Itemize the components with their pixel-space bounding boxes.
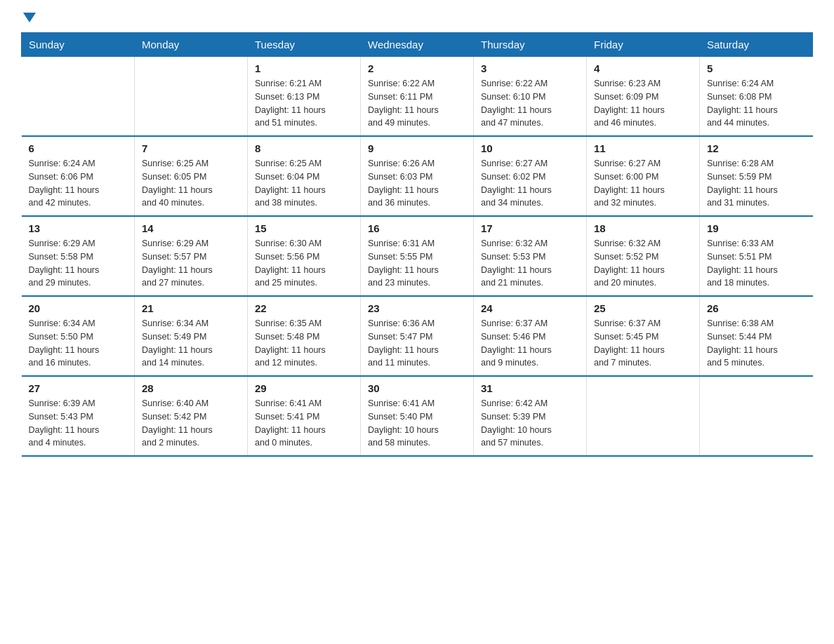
day-number: 10	[481, 142, 579, 154]
calendar-cell: 27Sunrise: 6:39 AM Sunset: 5:43 PM Dayli…	[22, 376, 135, 456]
calendar-cell	[22, 57, 135, 137]
calendar-week-5: 27Sunrise: 6:39 AM Sunset: 5:43 PM Dayli…	[22, 376, 813, 456]
day-info: Sunrise: 6:27 AM Sunset: 6:02 PM Dayligh…	[481, 157, 579, 210]
day-info: Sunrise: 6:41 AM Sunset: 5:40 PM Dayligh…	[368, 397, 466, 450]
logo-arrow-icon	[23, 13, 36, 25]
calendar-cell: 11Sunrise: 6:27 AM Sunset: 6:00 PM Dayli…	[587, 136, 700, 216]
day-number: 18	[594, 222, 692, 234]
calendar-cell: 23Sunrise: 6:36 AM Sunset: 5:47 PM Dayli…	[361, 296, 474, 376]
day-number: 22	[255, 302, 353, 314]
logo	[21, 14, 36, 25]
calendar-cell: 4Sunrise: 6:23 AM Sunset: 6:09 PM Daylig…	[587, 57, 700, 137]
calendar-cell: 26Sunrise: 6:38 AM Sunset: 5:44 PM Dayli…	[700, 296, 813, 376]
calendar-cell: 3Sunrise: 6:22 AM Sunset: 6:10 PM Daylig…	[474, 57, 587, 137]
calendar-cell: 13Sunrise: 6:29 AM Sunset: 5:58 PM Dayli…	[22, 216, 135, 296]
calendar-cell	[135, 57, 248, 137]
day-number: 7	[142, 142, 240, 154]
day-info: Sunrise: 6:42 AM Sunset: 5:39 PM Dayligh…	[481, 397, 579, 450]
calendar-cell: 25Sunrise: 6:37 AM Sunset: 5:45 PM Dayli…	[587, 296, 700, 376]
day-number: 4	[594, 62, 692, 74]
day-number: 28	[142, 382, 240, 394]
day-number: 13	[29, 222, 128, 234]
day-info: Sunrise: 6:34 AM Sunset: 5:49 PM Dayligh…	[142, 317, 240, 370]
calendar-cell: 21Sunrise: 6:34 AM Sunset: 5:49 PM Dayli…	[135, 296, 248, 376]
weekday-header-monday: Monday	[135, 33, 248, 57]
day-info: Sunrise: 6:36 AM Sunset: 5:47 PM Dayligh…	[368, 317, 466, 370]
day-info: Sunrise: 6:37 AM Sunset: 5:46 PM Dayligh…	[481, 317, 579, 370]
day-number: 16	[368, 222, 466, 234]
day-number: 12	[707, 142, 806, 154]
svg-marker-0	[23, 13, 36, 22]
day-number: 27	[29, 382, 128, 394]
calendar-cell: 2Sunrise: 6:22 AM Sunset: 6:11 PM Daylig…	[361, 57, 474, 137]
calendar-cell: 16Sunrise: 6:31 AM Sunset: 5:55 PM Dayli…	[361, 216, 474, 296]
day-number: 14	[142, 222, 240, 234]
day-info: Sunrise: 6:38 AM Sunset: 5:44 PM Dayligh…	[707, 317, 806, 370]
day-number: 23	[368, 302, 466, 314]
calendar-header: SundayMondayTuesdayWednesdayThursdayFrid…	[22, 33, 813, 57]
calendar-cell: 22Sunrise: 6:35 AM Sunset: 5:48 PM Dayli…	[248, 296, 361, 376]
calendar-table: SundayMondayTuesdayWednesdayThursdayFrid…	[21, 32, 813, 457]
day-number: 31	[481, 382, 579, 394]
day-info: Sunrise: 6:24 AM Sunset: 6:06 PM Dayligh…	[29, 157, 128, 210]
day-info: Sunrise: 6:23 AM Sunset: 6:09 PM Dayligh…	[594, 77, 692, 130]
calendar-cell: 29Sunrise: 6:41 AM Sunset: 5:41 PM Dayli…	[248, 376, 361, 456]
calendar-cell: 24Sunrise: 6:37 AM Sunset: 5:46 PM Dayli…	[474, 296, 587, 376]
calendar-cell	[587, 376, 700, 456]
day-info: Sunrise: 6:25 AM Sunset: 6:04 PM Dayligh…	[255, 157, 353, 210]
day-info: Sunrise: 6:29 AM Sunset: 5:57 PM Dayligh…	[142, 237, 240, 290]
calendar-cell: 14Sunrise: 6:29 AM Sunset: 5:57 PM Dayli…	[135, 216, 248, 296]
day-info: Sunrise: 6:40 AM Sunset: 5:42 PM Dayligh…	[142, 397, 240, 450]
day-info: Sunrise: 6:30 AM Sunset: 5:56 PM Dayligh…	[255, 237, 353, 290]
day-info: Sunrise: 6:25 AM Sunset: 6:05 PM Dayligh…	[142, 157, 240, 210]
calendar-cell: 7Sunrise: 6:25 AM Sunset: 6:05 PM Daylig…	[135, 136, 248, 216]
calendar-cell: 1Sunrise: 6:21 AM Sunset: 6:13 PM Daylig…	[248, 57, 361, 137]
day-info: Sunrise: 6:37 AM Sunset: 5:45 PM Dayligh…	[594, 317, 692, 370]
day-number: 2	[368, 62, 466, 74]
weekday-header-friday: Friday	[587, 33, 700, 57]
day-info: Sunrise: 6:35 AM Sunset: 5:48 PM Dayligh…	[255, 317, 353, 370]
day-info: Sunrise: 6:21 AM Sunset: 6:13 PM Dayligh…	[255, 77, 353, 130]
day-number: 6	[29, 142, 128, 154]
calendar-cell: 17Sunrise: 6:32 AM Sunset: 5:53 PM Dayli…	[474, 216, 587, 296]
day-number: 19	[707, 222, 806, 234]
calendar-cell: 15Sunrise: 6:30 AM Sunset: 5:56 PM Dayli…	[248, 216, 361, 296]
weekday-header-sunday: Sunday	[22, 33, 135, 57]
calendar-cell: 30Sunrise: 6:41 AM Sunset: 5:40 PM Dayli…	[361, 376, 474, 456]
day-info: Sunrise: 6:28 AM Sunset: 5:59 PM Dayligh…	[707, 157, 806, 210]
day-number: 15	[255, 222, 353, 234]
day-number: 24	[481, 302, 579, 314]
day-number: 11	[594, 142, 692, 154]
weekday-header-tuesday: Tuesday	[248, 33, 361, 57]
day-info: Sunrise: 6:31 AM Sunset: 5:55 PM Dayligh…	[368, 237, 466, 290]
day-info: Sunrise: 6:22 AM Sunset: 6:10 PM Dayligh…	[481, 77, 579, 130]
day-info: Sunrise: 6:32 AM Sunset: 5:52 PM Dayligh…	[594, 237, 692, 290]
day-number: 26	[707, 302, 806, 314]
calendar-cell: 6Sunrise: 6:24 AM Sunset: 6:06 PM Daylig…	[22, 136, 135, 216]
calendar-cell: 28Sunrise: 6:40 AM Sunset: 5:42 PM Dayli…	[135, 376, 248, 456]
calendar-cell: 20Sunrise: 6:34 AM Sunset: 5:50 PM Dayli…	[22, 296, 135, 376]
calendar-cell: 5Sunrise: 6:24 AM Sunset: 6:08 PM Daylig…	[700, 57, 813, 137]
calendar-cell: 19Sunrise: 6:33 AM Sunset: 5:51 PM Dayli…	[700, 216, 813, 296]
day-info: Sunrise: 6:27 AM Sunset: 6:00 PM Dayligh…	[594, 157, 692, 210]
day-info: Sunrise: 6:39 AM Sunset: 5:43 PM Dayligh…	[29, 397, 128, 450]
day-info: Sunrise: 6:29 AM Sunset: 5:58 PM Dayligh…	[29, 237, 128, 290]
day-info: Sunrise: 6:41 AM Sunset: 5:41 PM Dayligh…	[255, 397, 353, 450]
page-header	[21, 14, 813, 25]
calendar-week-3: 13Sunrise: 6:29 AM Sunset: 5:58 PM Dayli…	[22, 216, 813, 296]
calendar-cell: 12Sunrise: 6:28 AM Sunset: 5:59 PM Dayli…	[700, 136, 813, 216]
day-number: 30	[368, 382, 466, 394]
day-number: 25	[594, 302, 692, 314]
day-info: Sunrise: 6:33 AM Sunset: 5:51 PM Dayligh…	[707, 237, 806, 290]
day-info: Sunrise: 6:22 AM Sunset: 6:11 PM Dayligh…	[368, 77, 466, 130]
day-info: Sunrise: 6:34 AM Sunset: 5:50 PM Dayligh…	[29, 317, 128, 370]
day-info: Sunrise: 6:26 AM Sunset: 6:03 PM Dayligh…	[368, 157, 466, 210]
calendar-cell: 8Sunrise: 6:25 AM Sunset: 6:04 PM Daylig…	[248, 136, 361, 216]
day-info: Sunrise: 6:24 AM Sunset: 6:08 PM Dayligh…	[707, 77, 806, 130]
calendar-cell: 9Sunrise: 6:26 AM Sunset: 6:03 PM Daylig…	[361, 136, 474, 216]
day-number: 20	[29, 302, 128, 314]
weekday-header-saturday: Saturday	[700, 33, 813, 57]
calendar-week-1: 1Sunrise: 6:21 AM Sunset: 6:13 PM Daylig…	[22, 57, 813, 137]
weekday-header-thursday: Thursday	[474, 33, 587, 57]
day-number: 5	[707, 62, 806, 74]
